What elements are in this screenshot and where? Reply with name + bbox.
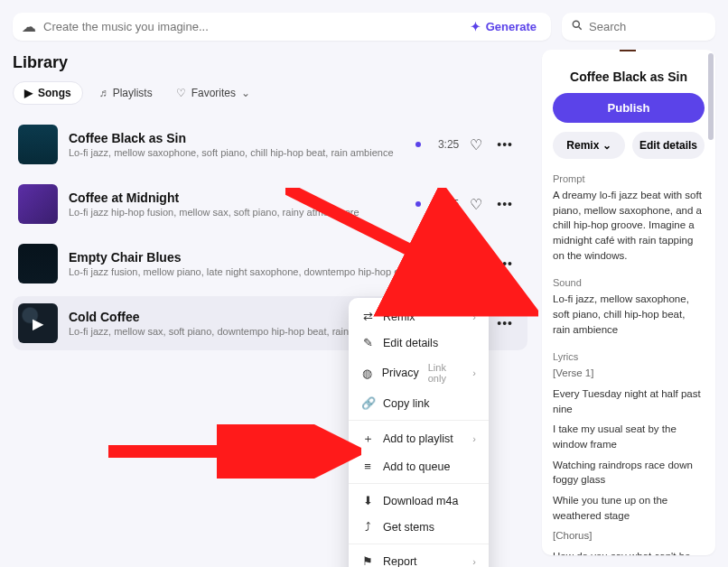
song-thumbnail[interactable] bbox=[18, 244, 58, 284]
library-filters: ▶ Songs ♬ Playlists ♡ Favorites ⌄ bbox=[13, 81, 527, 105]
lyrics-line: I take my usual seat by the window frame bbox=[553, 422, 705, 451]
prompt-section: Prompt A dreamy lo-fi jazz beat with sof… bbox=[553, 173, 705, 263]
context-menu: ⇄ Remix › ✎ Edit details ◍ Privacy Link … bbox=[349, 298, 489, 567]
prompt-body: A dreamy lo-fi jazz beat with soft piano… bbox=[553, 188, 705, 263]
globe-icon: ◍ bbox=[361, 367, 373, 380]
generate-button[interactable]: ✦ Generate bbox=[465, 20, 542, 33]
menu-label: Edit details bbox=[383, 337, 438, 349]
menu-label: Download m4a bbox=[383, 495, 458, 507]
menu-label: Copy link bbox=[383, 397, 429, 410]
filter-favorites[interactable]: ♡ Favorites ⌄ bbox=[169, 82, 257, 104]
remix-button[interactable]: Remix ⌄ bbox=[553, 132, 625, 159]
menu-edit-details[interactable]: ✎ Edit details bbox=[349, 330, 489, 356]
filter-songs[interactable]: ▶ Songs bbox=[13, 81, 83, 105]
sound-body: Lo-fi jazz, mellow saxophone, soft piano… bbox=[553, 292, 705, 337]
separator bbox=[349, 483, 489, 484]
flag-icon: ⚑ bbox=[361, 554, 374, 567]
menu-label: Add to queue bbox=[383, 460, 450, 473]
filter-playlists-label: Playlists bbox=[113, 87, 153, 99]
chevron-down-icon: ⌄ bbox=[602, 139, 611, 152]
svg-point-0 bbox=[573, 21, 579, 27]
status-dot bbox=[415, 142, 421, 147]
prompt-input[interactable] bbox=[43, 20, 465, 33]
menu-label: Report bbox=[383, 555, 417, 568]
song-subtitle: Lo-fi jazz, mellow saxophone, soft piano… bbox=[69, 147, 405, 158]
filter-playlists[interactable]: ♬ Playlists bbox=[92, 82, 160, 104]
playlist-icon: ♬ bbox=[99, 87, 107, 99]
privacy-value: Link only bbox=[428, 362, 464, 384]
chevron-right-icon: › bbox=[472, 367, 476, 378]
lyrics-line: How do you say what can't be spoken? bbox=[553, 549, 705, 555]
section-label: Prompt bbox=[553, 173, 705, 184]
search-box[interactable] bbox=[562, 13, 715, 41]
remix-label: Remix bbox=[566, 139, 599, 152]
sound-section: Sound Lo-fi jazz, mellow saxophone, soft… bbox=[553, 277, 705, 337]
filter-favorites-label: Favorites bbox=[191, 87, 236, 99]
lyrics-line: Every Tuesday night at half past nine bbox=[553, 386, 705, 416]
sparkle-icon: ✦ bbox=[471, 20, 481, 33]
search-input[interactable] bbox=[589, 20, 728, 33]
chevron-right-icon: › bbox=[472, 556, 476, 567]
menu-report[interactable]: ⚑ Report › bbox=[349, 548, 489, 567]
publish-button[interactable]: Publish bbox=[553, 93, 705, 123]
annotation-arrow bbox=[108, 424, 361, 479]
separator bbox=[349, 420, 489, 421]
section-label: Lyrics bbox=[553, 351, 705, 362]
download-icon: ⬇ bbox=[361, 494, 374, 507]
edit-details-button[interactable]: Edit details bbox=[632, 132, 705, 159]
song-row[interactable]: Coffee Black as Sin Lo-fi jazz, mellow s… bbox=[13, 117, 527, 172]
detail-title: Coffee Black as Sin bbox=[553, 70, 705, 84]
play-icon: ▶ bbox=[24, 87, 33, 99]
menu-download[interactable]: ⬇ Download m4a bbox=[349, 488, 489, 514]
annotation-arrow bbox=[285, 188, 538, 323]
lyrics-section: Lyrics [Verse 1] Every Tuesday night at … bbox=[553, 351, 705, 555]
lyrics-verse-head: [Verse 1] bbox=[553, 366, 705, 381]
song-thumbnail[interactable] bbox=[18, 125, 58, 164]
menu-copy-link[interactable]: 🔗 Copy link bbox=[349, 390, 489, 416]
library-heading: Library bbox=[13, 53, 527, 72]
detail-panel: Coffee Black as Sin Publish Remix ⌄ Edit… bbox=[542, 50, 715, 555]
menu-add-queue[interactable]: ≡ Add to queue bbox=[349, 453, 489, 479]
lyrics-chorus-head: [Chorus] bbox=[553, 528, 705, 544]
song-thumbnail[interactable]: ▶ bbox=[18, 303, 58, 343]
heart-outline-icon: ♡ bbox=[176, 87, 186, 99]
filter-songs-label: Songs bbox=[38, 87, 71, 99]
chevron-right-icon: › bbox=[472, 433, 476, 444]
lyrics-body: [Verse 1] Every Tuesday night at half pa… bbox=[553, 366, 705, 555]
section-label: Sound bbox=[553, 277, 705, 288]
play-icon: ▶ bbox=[18, 303, 58, 343]
chevron-down-icon: ⌄ bbox=[241, 87, 250, 99]
menu-get-stems[interactable]: ⤴ Get stems bbox=[349, 514, 489, 540]
scrollbar[interactable] bbox=[708, 53, 714, 140]
menu-add-playlist[interactable]: ＋ Add to playlist › bbox=[349, 424, 489, 453]
menu-label: Add to playlist bbox=[383, 432, 453, 445]
menu-label: Get stems bbox=[383, 521, 434, 534]
song-thumbnail[interactable] bbox=[18, 184, 58, 224]
share-icon: ⤴ bbox=[361, 520, 374, 534]
queue-icon: ≡ bbox=[361, 460, 374, 473]
lyrics-line: While you tune up on the weathered stage bbox=[553, 493, 705, 523]
generate-label: Generate bbox=[486, 20, 537, 33]
lyrics-line: Watching raindrops race down foggy glass bbox=[553, 458, 705, 488]
plus-icon: ＋ bbox=[361, 431, 374, 447]
song-title: Coffee Black as Sin bbox=[69, 131, 405, 145]
upload-cloud-icon: ☁︎ bbox=[22, 18, 36, 35]
link-icon: 🔗 bbox=[361, 396, 374, 410]
menu-privacy[interactable]: ◍ Privacy Link only › bbox=[349, 356, 489, 390]
svg-line-1 bbox=[579, 27, 582, 30]
favorite-button[interactable]: ♡ bbox=[470, 136, 482, 153]
pencil-icon: ✎ bbox=[361, 336, 374, 349]
menu-label: Privacy bbox=[382, 367, 419, 379]
prompt-box[interactable]: ☁︎ ✦ Generate bbox=[13, 13, 551, 41]
svg-line-2 bbox=[285, 188, 520, 305]
search-icon bbox=[571, 19, 583, 34]
separator bbox=[349, 544, 489, 544]
more-button[interactable]: ••• bbox=[493, 135, 517, 153]
song-duration: 3:25 bbox=[432, 138, 459, 151]
